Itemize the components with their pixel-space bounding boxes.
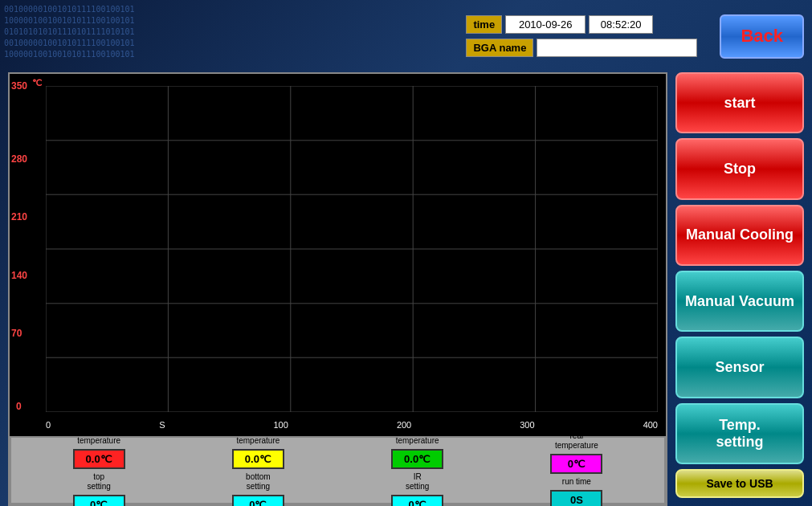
bottom-setting-value: 0℃ <box>232 495 284 507</box>
top-temp-group: toptemperature 0.0℃ topsetting 0℃ <box>73 426 125 507</box>
y-axis-210: 210 <box>11 211 27 222</box>
header: time 2010-09-26 08:52:20 BGA name Back <box>0 0 812 72</box>
ir-temp-value: 0.0℃ <box>391 449 443 469</box>
top-temp-value: 0.0℃ <box>73 449 125 469</box>
bga-name-input[interactable] <box>537 39 697 57</box>
data-panel: toptemperature 0.0℃ topsetting 0℃ bottom… <box>10 436 666 504</box>
run-time-value: 0S <box>550 490 602 507</box>
run-time-label: run time <box>562 477 591 487</box>
save-to-usb-button[interactable]: Save to USB <box>675 469 804 498</box>
sidebar: start Stop Manual Cooling Manual Vacuum … <box>675 72 804 506</box>
y-axis-280: 280 <box>11 153 27 165</box>
x-tick-400: 400 <box>643 420 658 430</box>
real-temp-value: 0℃ <box>550 454 602 474</box>
top-setting-value: 0℃ <box>73 495 125 507</box>
top-setting-label: topsetting <box>87 472 110 492</box>
manual-vacuum-button[interactable]: Manual Vacuum <box>675 271 804 332</box>
chart-svg <box>46 86 658 412</box>
y-unit: ℃ <box>32 78 42 88</box>
y-axis-70: 70 <box>11 328 22 339</box>
sensor-button[interactable]: Sensor <box>675 337 804 398</box>
ir-temp-group: IRtemperature 0.0℃ IRsetting 0℃ <box>391 426 443 507</box>
y-axis-350: 350 <box>11 80 27 92</box>
bottom-temp-value: 0.0℃ <box>232 449 284 469</box>
y-axis-0: 0 <box>16 401 22 412</box>
bottom-temp-group: bottomtemperature 0.0℃ bottomsetting 0℃ <box>232 426 284 507</box>
x-tick-s: S <box>159 420 165 430</box>
time-label: time <box>466 15 502 34</box>
stop-button[interactable]: Stop <box>675 138 804 199</box>
bga-label: BGA name <box>466 39 533 57</box>
x-tick-300: 300 <box>520 420 534 430</box>
bga-row: BGA name <box>466 39 697 57</box>
manual-cooling-button[interactable]: Manual Cooling <box>675 205 804 266</box>
time-row: time 2010-09-26 08:52:20 <box>466 15 697 34</box>
x-axis: 0 S 100 200 300 400 <box>46 420 658 430</box>
temp-setting-button[interactable]: Temp.setting <box>675 403 804 464</box>
x-tick-200: 200 <box>397 420 411 430</box>
real-temp-group: realtemperature 0℃ run time 0S <box>550 431 602 507</box>
ir-setting-value: 0℃ <box>391 495 443 507</box>
content-area: 350 ℃ 280 210 140 70 0 <box>0 72 812 506</box>
y-axis-140: 140 <box>11 270 27 281</box>
chart-section: 350 ℃ 280 210 140 70 0 <box>8 72 667 506</box>
header-info: time 2010-09-26 08:52:20 BGA name <box>466 15 697 57</box>
x-tick-0: 0 <box>46 420 51 430</box>
bottom-setting-label: bottomsetting <box>246 472 271 492</box>
ir-setting-label: IRsetting <box>406 472 429 492</box>
x-tick-100: 100 <box>274 420 288 430</box>
clock-display: 08:52:20 <box>589 15 653 34</box>
date-display: 2010-09-26 <box>505 15 586 34</box>
start-button[interactable]: start <box>675 72 804 133</box>
back-button[interactable]: Back <box>720 14 804 59</box>
